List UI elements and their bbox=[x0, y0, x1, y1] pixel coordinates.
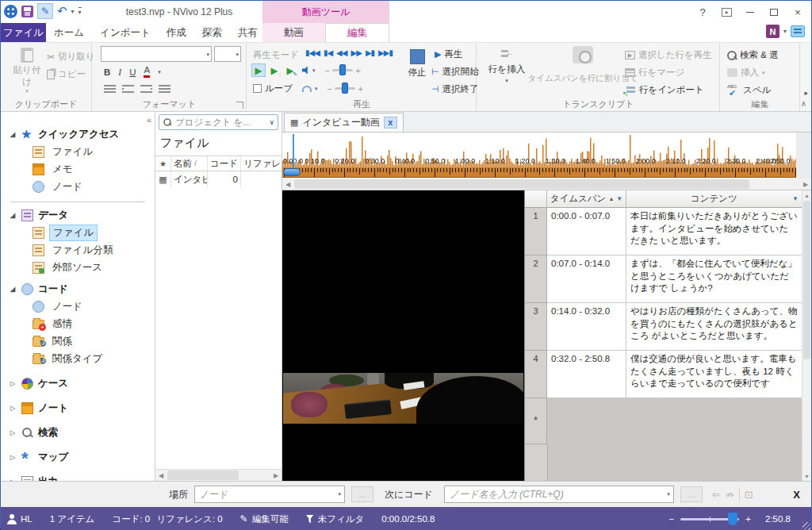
assign-timespan-button[interactable]: タイムスパンを行に割り当て bbox=[527, 46, 639, 84]
zoom-out-icon[interactable]: − bbox=[669, 514, 675, 524]
code-in-vivo-icon[interactable]: ⊡ bbox=[745, 489, 753, 501]
content-filter-icon[interactable]: ▼ bbox=[792, 195, 799, 202]
tab-import[interactable]: インポート bbox=[92, 23, 159, 42]
volume-dropdown-icon[interactable]: ▾ bbox=[312, 67, 316, 74]
sidebar-item-1-1[interactable]: ファイル分類 bbox=[1, 241, 155, 259]
onenote-dropdown-icon[interactable]: ▾ bbox=[783, 28, 787, 35]
font-color-button[interactable]: A bbox=[144, 66, 150, 78]
spell-button[interactable]: スペル bbox=[727, 84, 771, 96]
next-frame-icon[interactable]: ▶▮ bbox=[366, 48, 374, 57]
waveform-timeline[interactable]: 0:00.00:10.00:20.00:30.00:40.00:50.01:00… bbox=[282, 132, 811, 179]
playhead-marker[interactable] bbox=[293, 134, 294, 167]
ribbon-expand-icon[interactable]: ▸ bbox=[804, 89, 808, 97]
paste-button[interactable]: 貼り付け ▾ bbox=[10, 48, 44, 94]
timespan-cell[interactable]: 0:00.0 - 0:07.0 bbox=[547, 208, 626, 255]
expanded-arrow-icon[interactable]: ◢ bbox=[9, 286, 17, 293]
new-content-cell[interactable] bbox=[626, 398, 802, 444]
content-cell[interactable]: やはりお店の種類がたくさんあって、物を買うのにもたくさんの選択肢があるところ が… bbox=[626, 303, 802, 351]
align-left-button[interactable] bbox=[104, 85, 116, 94]
hscroll-left-icon[interactable]: ◀ bbox=[155, 470, 167, 481]
align-right-button[interactable] bbox=[140, 85, 152, 94]
document-tab[interactable]: ▦ インタビュー動画 x bbox=[284, 113, 404, 132]
filter-status[interactable]: 未フィルタ bbox=[306, 513, 365, 525]
insert-button[interactable]: 挿入 ▾ bbox=[727, 67, 765, 79]
tab-video[interactable]: 動画 bbox=[262, 23, 325, 42]
prev-frame-icon[interactable]: ▮◀ bbox=[324, 48, 332, 57]
rate-minus-icon[interactable]: − bbox=[327, 84, 333, 94]
maximize-button[interactable] bbox=[762, 2, 786, 21]
content-cell[interactable]: 本日は前集りいただきありがとうございます。インタビューを始めさせていただきた い… bbox=[626, 208, 802, 255]
rate-slider-thumb[interactable] bbox=[342, 83, 348, 94]
volume-minus-icon[interactable]: − bbox=[325, 66, 331, 75]
code-column-header[interactable]: コード bbox=[208, 156, 241, 171]
coding-bar-close-button[interactable]: X bbox=[793, 489, 800, 501]
save-icon[interactable] bbox=[21, 6, 33, 17]
wave-scroll-left-icon[interactable]: ◀ bbox=[282, 179, 293, 190]
volume-plus-icon[interactable]: + bbox=[355, 66, 361, 75]
collapsed-arrow-icon[interactable]: ▷ bbox=[9, 478, 17, 482]
play-normal-icon[interactable]: ▶ bbox=[251, 63, 266, 77]
undo-dropdown-icon[interactable]: ▾ bbox=[71, 8, 75, 15]
stop-button[interactable]: 停止 bbox=[403, 49, 431, 79]
sidebar-group-5[interactable]: ▷検索 bbox=[1, 424, 155, 441]
bold-button[interactable]: B bbox=[104, 67, 110, 77]
hscroll-thumb[interactable] bbox=[167, 470, 239, 480]
comment-icon[interactable] bbox=[791, 25, 805, 37]
editable-status[interactable]: ✎ 編集可能 bbox=[240, 513, 289, 525]
resize-grip[interactable] bbox=[802, 522, 810, 530]
sidebar-group-2[interactable]: ◢コード bbox=[1, 280, 155, 298]
volume-slider[interactable]: − + bbox=[325, 66, 361, 75]
skip-end-icon[interactable]: ▶▶▮ bbox=[378, 48, 393, 57]
sidebar-item-2-1[interactable]: 感情 bbox=[1, 315, 155, 332]
node-browse-button[interactable]: ... bbox=[680, 486, 703, 502]
merge-rows-button[interactable]: 行をマージ bbox=[625, 67, 684, 79]
node-name-input[interactable]: ノード名を入力 (CTRL+Q) ▾ bbox=[444, 486, 674, 503]
video-player[interactable] bbox=[282, 190, 524, 481]
rate-plus-icon[interactable]: + bbox=[358, 84, 363, 94]
rate-dropdown-icon[interactable]: ▾ bbox=[315, 86, 318, 92]
edit-mode-icon[interactable]: ✎ bbox=[37, 3, 53, 19]
transcript-vscrollbar[interactable]: ▲ ▼ bbox=[802, 190, 811, 481]
sidebar-item-2-3[interactable]: 関係タイプ bbox=[1, 350, 155, 367]
location-combo[interactable]: ノード ▾ bbox=[194, 486, 345, 503]
align-justify-button[interactable] bbox=[159, 85, 170, 94]
sidebar-group-7[interactable]: ▷出力 bbox=[1, 473, 155, 481]
collapsed-arrow-icon[interactable]: ▷ bbox=[9, 380, 17, 387]
sidebar-item-1-0[interactable]: ファイル bbox=[1, 224, 155, 241]
loop-checkbox[interactable] bbox=[253, 84, 262, 93]
import-rows-button[interactable]: 行をインポート bbox=[625, 84, 704, 96]
volume-slider-track[interactable] bbox=[332, 69, 353, 71]
expanded-arrow-icon[interactable]: ◢ bbox=[9, 212, 17, 219]
tab-edit-active[interactable]: 編集 bbox=[325, 23, 389, 42]
hscroll-right-icon[interactable]: ▶ bbox=[270, 470, 282, 481]
zoom-slider-track[interactable] bbox=[680, 518, 739, 520]
vscroll-thumb[interactable] bbox=[803, 201, 810, 359]
file-list-row[interactable]: ▦ インタビ 0 bbox=[155, 171, 282, 187]
uncode-selection-icon[interactable]: ⇏ bbox=[726, 489, 734, 501]
location-browse-button[interactable]: ... bbox=[351, 486, 373, 502]
transcript-row[interactable]: 20:07.0 - 0:14.0まずは、「都会に住んでいて便利だな」と思うところ… bbox=[525, 255, 802, 303]
ribbon-collapse-icon[interactable]: ∧ bbox=[801, 99, 806, 108]
sidebar-group-6[interactable]: ▷マップ bbox=[1, 448, 155, 466]
rewind-icon[interactable]: ◀◀ bbox=[336, 48, 347, 57]
selection-start-command[interactable]: ⊢ 選択開始 bbox=[431, 66, 479, 78]
nav-collapse-icon[interactable]: « bbox=[147, 115, 151, 125]
expanded-arrow-icon[interactable]: ◢ bbox=[9, 131, 17, 138]
timeline-slider-thumb[interactable] bbox=[283, 168, 301, 176]
rate-slider[interactable]: − + bbox=[327, 84, 363, 94]
wave-scroll-thumb[interactable] bbox=[294, 179, 749, 189]
selection-end-command[interactable]: ⊣ 選択終了 bbox=[431, 83, 479, 95]
ribbon-options-button[interactable]: ▴ bbox=[714, 2, 738, 21]
content-cell[interactable]: 僕は交通の便が良いと思います。電車もたくさん走っていますし、夜も 12 時くらい… bbox=[626, 351, 802, 398]
sidebar-group-1[interactable]: ◢データ bbox=[1, 206, 155, 224]
timespan-filter-icon[interactable]: ▼ bbox=[616, 195, 622, 202]
transcript-new-row[interactable]: * bbox=[525, 398, 802, 444]
underline-button[interactable]: U bbox=[129, 67, 136, 77]
sidebar-item-0-0[interactable]: ファイル bbox=[1, 143, 155, 160]
onenote-icon[interactable]: N bbox=[766, 25, 779, 38]
play-timed-icon[interactable]: ▶◌ bbox=[267, 63, 282, 77]
timespan-cell[interactable]: 0:07.0 - 0:14.0 bbox=[547, 255, 626, 303]
font-size-combo[interactable]: ▾ bbox=[214, 46, 241, 62]
zoom-in-icon[interactable]: + bbox=[745, 514, 751, 524]
vscroll-up-icon[interactable]: ▲ bbox=[802, 190, 811, 200]
